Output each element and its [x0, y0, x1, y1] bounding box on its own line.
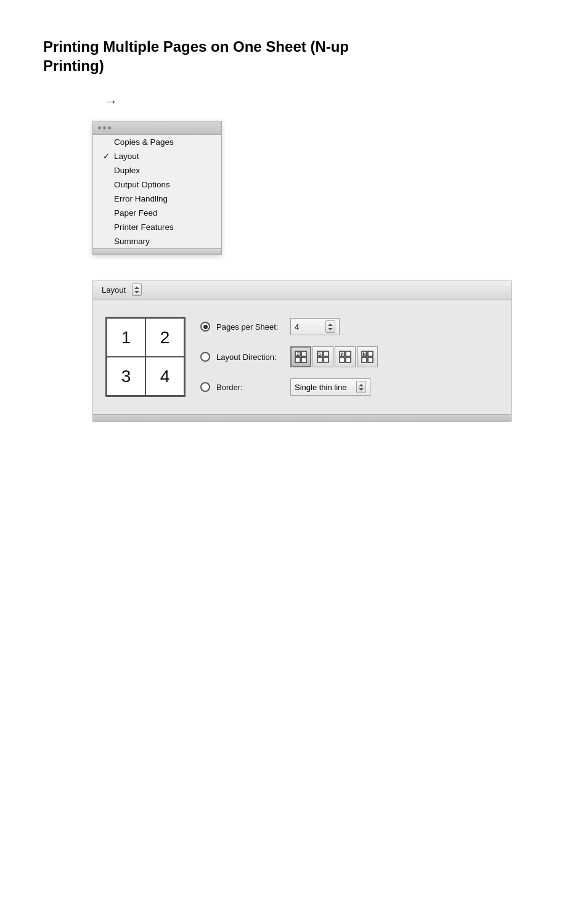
menu-label-output-options: Output Options	[114, 180, 170, 189]
border-stepper[interactable]	[356, 381, 366, 393]
layout-panel: Layout 1 2 3 4 Pages per Sheet:	[92, 280, 512, 422]
thumb-cell-4: 4	[145, 357, 184, 396]
menu-label-copies-pages: Copies & Pages	[114, 137, 174, 147]
menu-label-duplex: Duplex	[114, 166, 140, 175]
page-title: Printing Multiple Pages on One Sheet (N-…	[43, 37, 351, 75]
menu-label-paper-feed: Paper Feed	[114, 208, 158, 218]
menu-item-duplex[interactable]: Duplex	[93, 163, 221, 177]
svg-rect-17	[362, 357, 367, 362]
pages-per-sheet-stepper[interactable]	[325, 320, 335, 333]
layout-panel-body: 1 2 3 4 Pages per Sheet: 4	[93, 300, 511, 414]
svg-rect-2	[295, 357, 300, 362]
check-duplex	[103, 166, 110, 175]
menu-item-layout[interactable]: ✓ Layout	[93, 149, 221, 163]
border-radio[interactable]	[200, 382, 210, 392]
check-printer	[103, 222, 110, 232]
layout-direction-row: Layout Direction: Z	[200, 346, 378, 367]
menu-item-printer-features[interactable]: Printer Features	[93, 220, 221, 234]
layout-panel-header: Layout	[93, 280, 511, 300]
check-summary	[103, 237, 110, 246]
print-options-dropdown: Copies & Pages ✓ Layout Duplex Output Op…	[92, 121, 222, 255]
svg-text:S: S	[318, 352, 321, 356]
menu-label-printer-features: Printer Features	[114, 222, 174, 232]
menu-item-summary[interactable]: Summary	[93, 234, 221, 248]
pps-stepper-up-icon	[328, 324, 333, 326]
menu-item-copies-pages[interactable]: Copies & Pages	[93, 135, 221, 149]
svg-rect-13	[346, 357, 351, 362]
menu-item-error-handling[interactable]: Error Handling	[93, 192, 221, 206]
svg-rect-1	[301, 351, 306, 356]
stepper-up-icon	[134, 287, 139, 289]
layout-panel-title: Layout	[102, 285, 126, 295]
thumb-cell-1: 1	[107, 318, 145, 357]
check-error	[103, 194, 110, 203]
border-stepper-down-icon	[359, 388, 364, 391]
menu-label-error-handling: Error Handling	[114, 194, 168, 203]
svg-rect-3	[301, 357, 306, 362]
svg-rect-18	[368, 357, 373, 362]
svg-rect-8	[324, 357, 329, 362]
border-stepper-up-icon	[359, 384, 364, 386]
menu-item-paper-feed[interactable]: Paper Feed	[93, 206, 221, 220]
svg-rect-12	[340, 357, 345, 362]
menu-label-layout: Layout	[114, 152, 139, 161]
svg-rect-16	[368, 351, 373, 356]
dropdown-header	[93, 121, 221, 135]
border-label: Border:	[216, 383, 284, 392]
dot2	[103, 126, 106, 129]
border-value: Single thin line	[295, 383, 353, 392]
dropdown-footer	[93, 248, 221, 255]
layout-stepper[interactable]	[132, 283, 142, 296]
menu-item-output-options[interactable]: Output Options	[93, 177, 221, 192]
thumb-cell-3: 3	[107, 357, 145, 396]
svg-rect-7	[317, 357, 322, 362]
check-copies-pages	[103, 137, 110, 147]
layout-direction-buttons: Z S	[290, 346, 378, 367]
svg-rect-6	[324, 351, 329, 356]
dot1	[98, 126, 101, 129]
dot3	[108, 126, 111, 129]
pages-per-sheet-row: Pages per Sheet: 4	[200, 318, 378, 335]
direction-n-mirror-btn[interactable]: N	[357, 346, 378, 367]
page-thumbnail: 1 2 3 4	[105, 317, 186, 397]
layout-direction-radio[interactable]	[200, 352, 210, 362]
svg-text:N: N	[363, 352, 366, 356]
svg-rect-11	[346, 351, 351, 356]
direction-z-btn[interactable]: Z	[290, 346, 311, 367]
arrow-indicator: →	[43, 94, 179, 110]
border-select[interactable]: Single thin line	[290, 378, 370, 396]
check-paper	[103, 208, 110, 218]
direction-n-btn[interactable]: И	[335, 346, 356, 367]
layout-direction-label: Layout Direction:	[216, 353, 284, 362]
pages-per-sheet-value: 4	[295, 322, 322, 332]
window-dots	[98, 126, 111, 129]
layout-panel-footer	[93, 414, 511, 422]
thumb-cell-2: 2	[145, 318, 184, 357]
pages-per-sheet-label: Pages per Sheet:	[216, 322, 284, 332]
pages-per-sheet-radio[interactable]	[200, 322, 210, 332]
check-layout: ✓	[103, 152, 110, 161]
svg-text:Z: Z	[296, 352, 300, 356]
stepper-down-icon	[134, 291, 139, 293]
svg-text:И: И	[341, 352, 344, 356]
check-output	[103, 180, 110, 189]
direction-s-btn[interactable]: S	[312, 346, 333, 367]
pages-per-sheet-select[interactable]: 4	[290, 318, 340, 335]
pps-stepper-down-icon	[328, 328, 333, 330]
menu-label-summary: Summary	[114, 237, 150, 246]
layout-controls: Pages per Sheet: 4 Layout Direction:	[200, 318, 378, 396]
border-row: Border: Single thin line	[200, 378, 378, 396]
